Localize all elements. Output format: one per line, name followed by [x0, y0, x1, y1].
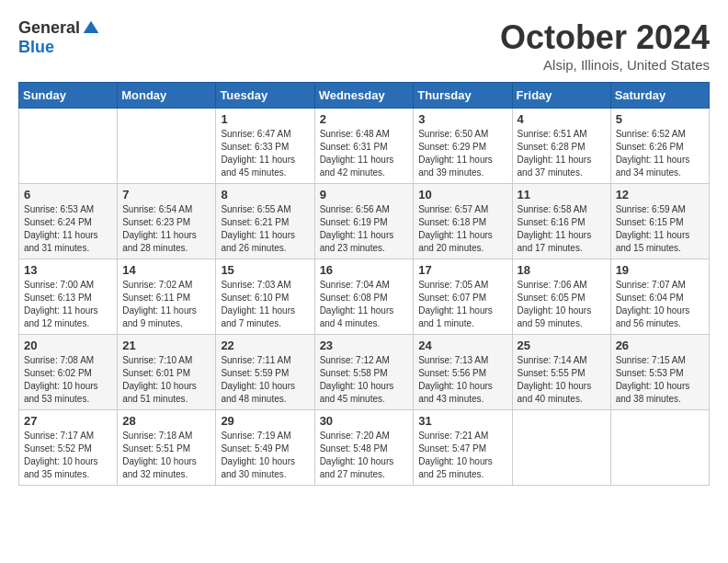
day-info: Sunrise: 6:55 AM Sunset: 6:21 PM Dayligh… [221, 203, 309, 255]
day-info: Sunrise: 6:48 AM Sunset: 6:31 PM Dayligh… [320, 128, 409, 179]
calendar-cell: 25Sunrise: 7:14 AM Sunset: 5:55 PM Dayli… [512, 335, 610, 410]
calendar-cell: 14Sunrise: 7:02 AM Sunset: 6:11 PM Dayli… [118, 259, 216, 335]
calendar-cell: 9Sunrise: 6:56 AM Sunset: 6:19 PM Daylig… [314, 184, 414, 259]
calendar-cell: 6Sunrise: 6:53 AM Sunset: 6:24 PM Daylig… [19, 184, 118, 259]
day-number: 13 [24, 263, 112, 277]
calendar-cell: 21Sunrise: 7:10 AM Sunset: 6:01 PM Dayli… [118, 335, 216, 410]
day-number: 12 [616, 188, 704, 201]
day-number: 27 [24, 414, 112, 428]
day-number: 6 [24, 188, 112, 201]
day-info: Sunrise: 6:51 AM Sunset: 6:28 PM Dayligh… [518, 128, 606, 179]
logo: General Blue [18, 18, 100, 57]
day-number: 11 [518, 188, 606, 201]
calendar-week-4: 20Sunrise: 7:08 AM Sunset: 6:02 PM Dayli… [19, 335, 710, 410]
calendar-cell: 10Sunrise: 6:57 AM Sunset: 6:18 PM Dayli… [414, 184, 512, 259]
calendar-header-thursday: Thursday [414, 83, 512, 109]
day-number: 31 [418, 414, 506, 428]
calendar-cell: 19Sunrise: 7:07 AM Sunset: 6:04 PM Dayli… [610, 259, 709, 335]
day-number: 5 [616, 112, 704, 126]
day-info: Sunrise: 7:19 AM Sunset: 5:49 PM Dayligh… [221, 430, 309, 481]
calendar-cell: 23Sunrise: 7:12 AM Sunset: 5:58 PM Dayli… [314, 335, 414, 410]
day-info: Sunrise: 7:14 AM Sunset: 5:55 PM Dayligh… [518, 354, 606, 406]
day-info: Sunrise: 6:47 AM Sunset: 6:33 PM Dayligh… [221, 128, 309, 179]
calendar-header-sunday: Sunday [19, 83, 118, 109]
day-info: Sunrise: 7:02 AM Sunset: 6:11 PM Dayligh… [122, 279, 210, 330]
location: Alsip, Illinois, United States [500, 57, 710, 73]
day-info: Sunrise: 7:07 AM Sunset: 6:04 PM Dayligh… [616, 279, 704, 330]
calendar-cell: 16Sunrise: 7:04 AM Sunset: 6:08 PM Dayli… [314, 259, 414, 335]
day-info: Sunrise: 7:00 AM Sunset: 6:13 PM Dayligh… [24, 279, 112, 330]
day-number: 8 [221, 188, 309, 201]
calendar-cell: 28Sunrise: 7:18 AM Sunset: 5:51 PM Dayli… [118, 410, 216, 486]
day-number: 24 [418, 339, 506, 352]
day-number: 18 [518, 263, 606, 277]
calendar-cell: 12Sunrise: 6:59 AM Sunset: 6:15 PM Dayli… [610, 184, 709, 259]
calendar-cell: 2Sunrise: 6:48 AM Sunset: 6:31 PM Daylig… [314, 109, 414, 184]
day-number: 26 [616, 339, 704, 352]
calendar-cell: 17Sunrise: 7:05 AM Sunset: 6:07 PM Dayli… [414, 259, 512, 335]
day-info: Sunrise: 7:17 AM Sunset: 5:52 PM Dayligh… [24, 430, 112, 481]
logo-general-text: General [18, 18, 80, 38]
day-info: Sunrise: 6:57 AM Sunset: 6:18 PM Dayligh… [418, 203, 506, 255]
calendar-cell: 26Sunrise: 7:15 AM Sunset: 5:53 PM Dayli… [610, 335, 709, 410]
day-number: 17 [418, 263, 506, 277]
calendar-cell: 4Sunrise: 6:51 AM Sunset: 6:28 PM Daylig… [512, 109, 610, 184]
calendar-table: SundayMondayTuesdayWednesdayThursdayFrid… [18, 82, 710, 486]
day-number: 30 [320, 414, 409, 428]
month-title: October 2024 [500, 18, 710, 57]
calendar-cell: 1Sunrise: 6:47 AM Sunset: 6:33 PM Daylig… [216, 109, 314, 184]
day-info: Sunrise: 7:18 AM Sunset: 5:51 PM Dayligh… [122, 430, 210, 481]
calendar-week-3: 13Sunrise: 7:00 AM Sunset: 6:13 PM Dayli… [19, 259, 710, 335]
day-number: 4 [518, 112, 606, 126]
day-number: 1 [221, 112, 309, 126]
day-info: Sunrise: 7:03 AM Sunset: 6:10 PM Dayligh… [221, 279, 309, 330]
calendar-cell: 13Sunrise: 7:00 AM Sunset: 6:13 PM Dayli… [19, 259, 118, 335]
day-info: Sunrise: 7:12 AM Sunset: 5:58 PM Dayligh… [320, 354, 409, 406]
day-number: 3 [418, 112, 506, 126]
day-number: 9 [320, 188, 409, 201]
calendar-cell: 11Sunrise: 6:58 AM Sunset: 6:16 PM Dayli… [512, 184, 610, 259]
calendar-week-5: 27Sunrise: 7:17 AM Sunset: 5:52 PM Dayli… [19, 410, 710, 486]
calendar-cell [512, 410, 610, 486]
calendar-cell: 29Sunrise: 7:19 AM Sunset: 5:49 PM Dayli… [216, 410, 314, 486]
day-number: 23 [320, 339, 409, 352]
calendar-cell: 30Sunrise: 7:20 AM Sunset: 5:48 PM Dayli… [314, 410, 414, 486]
day-number: 15 [221, 263, 309, 277]
day-info: Sunrise: 7:04 AM Sunset: 6:08 PM Dayligh… [320, 279, 409, 330]
calendar-cell: 5Sunrise: 6:52 AM Sunset: 6:26 PM Daylig… [610, 109, 709, 184]
calendar-cell: 8Sunrise: 6:55 AM Sunset: 6:21 PM Daylig… [216, 184, 314, 259]
calendar-cell [19, 109, 118, 184]
calendar-cell: 3Sunrise: 6:50 AM Sunset: 6:29 PM Daylig… [414, 109, 512, 184]
day-info: Sunrise: 7:21 AM Sunset: 5:47 PM Dayligh… [418, 430, 506, 481]
day-number: 10 [418, 188, 506, 201]
day-number: 16 [320, 263, 409, 277]
day-info: Sunrise: 6:56 AM Sunset: 6:19 PM Dayligh… [320, 203, 409, 255]
calendar-cell [118, 109, 216, 184]
day-info: Sunrise: 6:53 AM Sunset: 6:24 PM Dayligh… [24, 203, 112, 255]
calendar-header-monday: Monday [118, 83, 216, 109]
day-info: Sunrise: 6:59 AM Sunset: 6:15 PM Dayligh… [616, 203, 704, 255]
day-info: Sunrise: 7:10 AM Sunset: 6:01 PM Dayligh… [122, 354, 210, 406]
calendar-header-row: SundayMondayTuesdayWednesdayThursdayFrid… [19, 83, 710, 109]
day-number: 21 [122, 339, 210, 352]
day-info: Sunrise: 7:08 AM Sunset: 6:02 PM Dayligh… [24, 354, 112, 406]
calendar-cell: 31Sunrise: 7:21 AM Sunset: 5:47 PM Dayli… [414, 410, 512, 486]
logo-blue-text: Blue [18, 38, 54, 57]
day-info: Sunrise: 6:52 AM Sunset: 6:26 PM Dayligh… [616, 128, 704, 179]
calendar-header-tuesday: Tuesday [216, 83, 314, 109]
calendar-cell: 15Sunrise: 7:03 AM Sunset: 6:10 PM Dayli… [216, 259, 314, 335]
calendar-week-1: 1Sunrise: 6:47 AM Sunset: 6:33 PM Daylig… [19, 109, 710, 184]
day-number: 14 [122, 263, 210, 277]
day-number: 2 [320, 112, 409, 126]
day-number: 7 [122, 188, 210, 201]
calendar-cell: 7Sunrise: 6:54 AM Sunset: 6:23 PM Daylig… [118, 184, 216, 259]
day-info: Sunrise: 7:20 AM Sunset: 5:48 PM Dayligh… [320, 430, 409, 481]
calendar-cell: 27Sunrise: 7:17 AM Sunset: 5:52 PM Dayli… [19, 410, 118, 486]
calendar-header-saturday: Saturday [610, 83, 709, 109]
day-info: Sunrise: 7:13 AM Sunset: 5:56 PM Dayligh… [418, 354, 506, 406]
calendar-cell: 18Sunrise: 7:06 AM Sunset: 6:05 PM Dayli… [512, 259, 610, 335]
title-section: October 2024 Alsip, Illinois, United Sta… [500, 18, 710, 73]
day-number: 22 [221, 339, 309, 352]
day-info: Sunrise: 7:05 AM Sunset: 6:07 PM Dayligh… [418, 279, 506, 330]
calendar-header-friday: Friday [512, 83, 610, 109]
